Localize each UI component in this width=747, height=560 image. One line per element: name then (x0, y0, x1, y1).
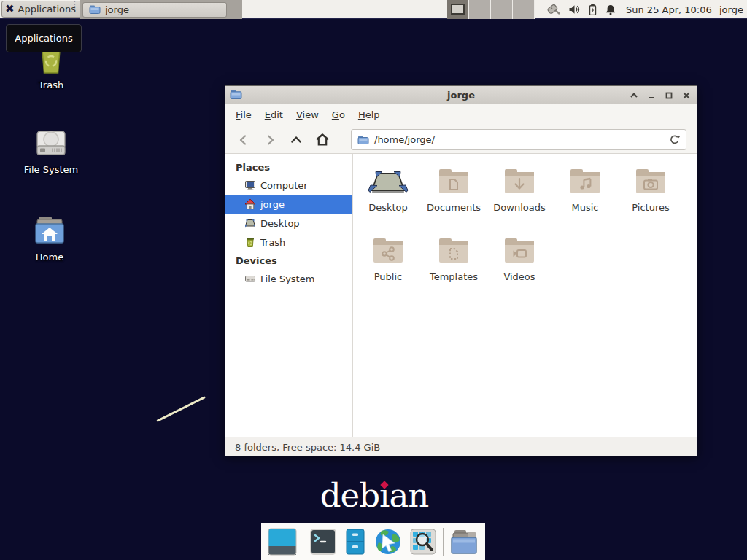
file-item-public[interactable]: Public (355, 232, 421, 301)
maximize-button[interactable] (664, 90, 673, 100)
dock-separator (303, 528, 303, 556)
workspace-2[interactable] (469, 0, 491, 19)
folder-icon (449, 527, 479, 556)
notification-bell-icon[interactable] (605, 4, 616, 16)
location-folder-icon (357, 135, 369, 145)
back-button[interactable] (233, 130, 255, 150)
taskbar-window-button[interactable]: jorge (82, 2, 227, 18)
window-title: jorge (225, 90, 697, 101)
home-button[interactable] (311, 130, 333, 150)
sidebar-item-label: Computer (260, 180, 308, 191)
sidebar-item-label: jorge (260, 199, 285, 210)
file-item-desktop[interactable]: Desktop (355, 163, 421, 232)
taskbar-window-label: jorge (105, 4, 129, 15)
desktop-special-icon (367, 164, 409, 199)
up-button[interactable] (285, 130, 307, 150)
workspace-3[interactable] (491, 0, 513, 19)
menu-view[interactable]: View (290, 106, 325, 123)
terminal-launcher[interactable] (309, 527, 338, 556)
workspace-1[interactable] (447, 0, 469, 19)
sidebar-item-computer[interactable]: Computer (225, 176, 352, 195)
sidebar-item-label: Trash (260, 237, 285, 248)
desktop-icon-file-system[interactable]: File System (16, 125, 86, 175)
sidebar: Places Computer (225, 154, 353, 437)
sidebar-item-desktop[interactable]: Desktop (225, 214, 352, 233)
xfce-menu-icon: ✖ (5, 4, 15, 15)
peripheral-icon[interactable] (546, 3, 562, 16)
show-desktop-button[interactable] (267, 527, 298, 556)
panel-clock[interactable]: Sun 25 Apr, 10:06 (626, 0, 712, 19)
sidebar-devices-header: Devices (225, 252, 352, 269)
file-item-label: Public (374, 271, 402, 282)
file-item-label: Templates (430, 271, 478, 282)
file-item-label: Desktop (368, 202, 408, 213)
panel-handle[interactable]: ⁚⁚ (74, 3, 80, 16)
applications-menu-button[interactable]: ✖ Applications (1, 1, 82, 18)
hard-drive-icon (244, 273, 256, 284)
sidebar-item-file-system[interactable]: File System (225, 269, 352, 288)
system-tray (546, 0, 616, 19)
music-folder-icon (568, 164, 603, 199)
status-bar: 8 folders, Free space: 14.4 GiB (225, 437, 697, 456)
sidebar-item-label: Desktop (260, 218, 300, 229)
documents-folder-icon (436, 164, 471, 199)
taskbar: jorge (80, 0, 242, 19)
file-item-templates[interactable]: Templates (421, 232, 487, 301)
panel-username[interactable]: jorge (719, 0, 743, 19)
applications-tooltip: Applications (6, 24, 82, 52)
menu-file[interactable]: File (230, 106, 258, 123)
file-item-pictures[interactable]: Pictures (618, 163, 684, 232)
volume-icon[interactable] (568, 4, 581, 15)
file-manager-launcher[interactable] (343, 527, 368, 556)
sidebar-item-trash[interactable]: Trash (225, 233, 352, 252)
app-finder-launcher[interactable] (409, 527, 438, 556)
close-button[interactable] (681, 90, 691, 100)
workspace-4[interactable] (513, 0, 535, 19)
debian-logo: debıan (312, 478, 436, 516)
dock-separator (443, 528, 444, 556)
file-item-documents[interactable]: Documents (421, 163, 487, 232)
window-titlebar[interactable]: jorge (225, 86, 697, 104)
folder-view[interactable]: Desktop Documents (353, 154, 697, 437)
workspace-switcher[interactable] (447, 0, 535, 19)
minimize-button[interactable] (646, 90, 656, 100)
templates-folder-icon (436, 233, 471, 268)
applications-menu-label: Applications (18, 4, 76, 15)
menu-help[interactable]: Help (352, 106, 386, 123)
shade-button[interactable] (629, 90, 638, 100)
videos-folder-icon (502, 233, 537, 268)
show-desktop-icon (267, 527, 298, 556)
menu-edit[interactable]: Edit (259, 106, 289, 123)
file-item-music[interactable]: Music (552, 163, 618, 232)
sidebar-item-label: File System (260, 273, 314, 284)
file-item-videos[interactable]: Videos (487, 232, 552, 301)
location-path[interactable]: /home/jorge/ (374, 134, 664, 145)
status-text: 8 folders, Free space: 14.4 GiB (235, 442, 380, 453)
app-finder-icon (409, 527, 438, 556)
public-folder-icon (371, 233, 406, 268)
window-folder-icon (230, 89, 242, 100)
file-cabinet-icon (343, 527, 368, 556)
computer-icon (244, 179, 256, 191)
trash-icon (244, 236, 256, 248)
folder-launcher[interactable] (449, 527, 479, 556)
web-browser-launcher[interactable] (373, 527, 403, 556)
desktop-icon-label: Home (36, 252, 63, 262)
folder-icon (89, 4, 101, 15)
hard-drive-icon (32, 125, 70, 160)
file-item-downloads[interactable]: Downloads (487, 163, 552, 232)
web-browser-globe-icon (373, 527, 403, 556)
desktop-icon-home[interactable]: Home (15, 213, 85, 262)
location-bar[interactable]: /home/jorge/ (351, 129, 686, 150)
sidebar-places-header: Places (225, 158, 352, 176)
forward-button[interactable] (259, 130, 281, 150)
battery-charging-icon[interactable] (587, 4, 598, 16)
menu-go[interactable]: Go (326, 106, 351, 123)
desktop-background[interactable]: ✖ Applications ⁚⁚ jorge (0, 0, 747, 560)
reload-icon[interactable] (669, 134, 680, 145)
sidebar-item-jorge[interactable]: jorge (225, 195, 352, 214)
downloads-folder-icon (502, 164, 537, 199)
menu-bar: File Edit View Go Help (225, 104, 697, 125)
desktop-scratch-line (156, 396, 206, 422)
desktop-icon-label: File System (24, 164, 78, 175)
